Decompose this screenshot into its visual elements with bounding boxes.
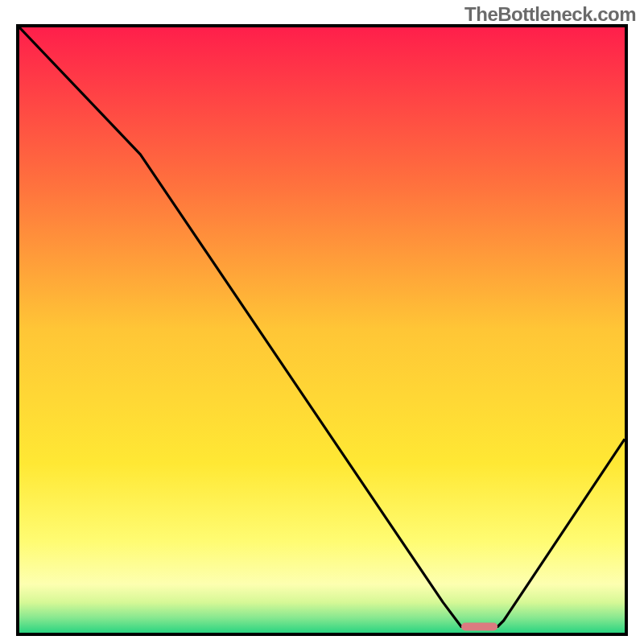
plot-frame <box>16 24 628 636</box>
chart-container: TheBottleneck.com <box>0 0 644 644</box>
gradient-rect <box>19 27 625 633</box>
plot-svg <box>19 27 625 633</box>
watermark-text: TheBottleneck.com <box>464 3 636 26</box>
optimal-marker <box>461 623 497 631</box>
